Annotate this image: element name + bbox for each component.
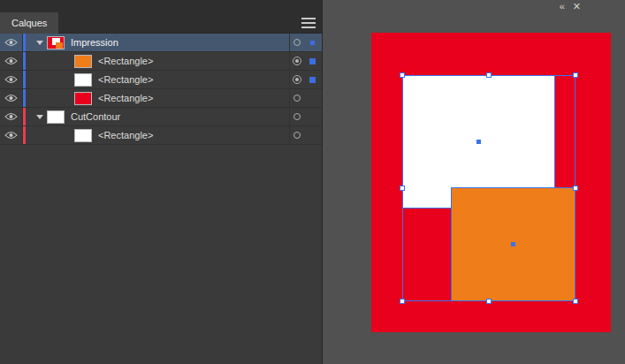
layer-color-bar — [23, 52, 26, 70]
eye-icon — [4, 112, 18, 121]
selection-handle[interactable] — [573, 299, 578, 304]
selection-handle[interactable] — [400, 299, 405, 304]
layer-row-impression[interactable]: Impression — [0, 34, 322, 52]
panel-menu-button[interactable] — [301, 18, 316, 28]
tab-calques[interactable]: Calques — [0, 12, 58, 34]
layer-color-bar — [23, 34, 26, 51]
panel-header: Calques — [0, 0, 322, 34]
selection-handle[interactable] — [573, 72, 578, 78]
layer-row-rectangle-red[interactable]: <Rectangle> — [0, 89, 322, 108]
selection-indicator[interactable] — [309, 58, 316, 64]
layer-row-cutcontour[interactable]: CutContour — [0, 108, 322, 126]
layer-color-bar — [23, 126, 26, 144]
object-name: <Rectangle> — [98, 93, 153, 103]
close-icon[interactable]: ✕ — [573, 0, 581, 12]
selection-handle[interactable] — [573, 186, 578, 191]
row-right-column — [289, 126, 322, 144]
row-right-column — [289, 52, 322, 70]
target-circle-targeted[interactable] — [293, 57, 301, 65]
object-thumbnail[interactable] — [74, 92, 92, 105]
canvas[interactable]: « ✕ — [324, 0, 625, 364]
visibility-toggle[interactable] — [0, 126, 23, 144]
layer-list: Impression <Rectangle> — [0, 34, 322, 145]
center-anchor-white[interactable] — [476, 140, 481, 144]
center-anchor-orange[interactable] — [511, 242, 515, 246]
layer-thumbnail[interactable] — [47, 110, 65, 124]
visibility-toggle[interactable] — [0, 52, 23, 70]
layer-name: CutContour — [71, 111, 120, 122]
object-thumbnail[interactable] — [74, 55, 92, 68]
row-right-column — [289, 71, 322, 88]
layer-row-rectangle-cut[interactable]: <Rectangle> — [0, 126, 322, 145]
object-thumbnail[interactable] — [74, 73, 92, 87]
selection-handle[interactable] — [400, 72, 405, 78]
layers-panel: Calques Impression — [0, 0, 323, 364]
selection-handle[interactable] — [400, 186, 405, 191]
selection-handle[interactable] — [486, 299, 492, 304]
target-circle-targeted[interactable] — [293, 75, 301, 84]
target-circle[interactable] — [293, 132, 301, 139]
layer-color-bar — [23, 89, 26, 107]
object-name: <Rectangle> — [98, 130, 153, 140]
target-circle[interactable] — [293, 113, 301, 120]
visibility-toggle[interactable] — [0, 34, 23, 51]
chevron-down-icon — [36, 115, 43, 119]
object-name: <Rectangle> — [98, 56, 153, 66]
eye-icon — [4, 75, 18, 84]
layer-row-rectangle-white[interactable]: <Rectangle> — [0, 71, 322, 89]
eye-icon — [4, 38, 18, 47]
layer-row-rectangle-orange[interactable]: <Rectangle> — [0, 52, 322, 71]
layer-color-bar — [23, 71, 26, 88]
object-thumbnail[interactable] — [74, 129, 92, 142]
collapse-panel-icon[interactable]: « — [560, 0, 565, 12]
layer-color-bar — [23, 108, 26, 125]
layer-name: Impression — [71, 37, 118, 48]
layer-thumbnail[interactable] — [47, 36, 65, 49]
target-circle[interactable] — [293, 95, 301, 102]
illustrator-window: Calques Impression — [0, 0, 625, 364]
window-controls: « ✕ — [560, 0, 581, 12]
expand-toggle[interactable] — [33, 34, 47, 51]
eye-icon — [4, 57, 18, 65]
expand-toggle[interactable] — [33, 108, 47, 125]
tab-label: Calques — [11, 18, 47, 28]
selection-indicator[interactable] — [310, 41, 315, 45]
eye-icon — [4, 131, 18, 140]
chevron-down-icon — [36, 41, 43, 45]
visibility-toggle[interactable] — [0, 71, 23, 88]
visibility-toggle[interactable] — [0, 89, 23, 107]
row-right-column — [289, 108, 322, 125]
row-right-column — [289, 89, 322, 107]
selection-handle[interactable] — [486, 72, 492, 78]
visibility-toggle[interactable] — [0, 108, 23, 125]
target-circle[interactable] — [293, 39, 301, 46]
row-right-column — [289, 34, 322, 51]
object-name: <Rectangle> — [98, 74, 153, 85]
eye-icon — [4, 94, 18, 102]
selection-indicator[interactable] — [309, 77, 316, 83]
thumb-orange-shape — [56, 42, 63, 49]
